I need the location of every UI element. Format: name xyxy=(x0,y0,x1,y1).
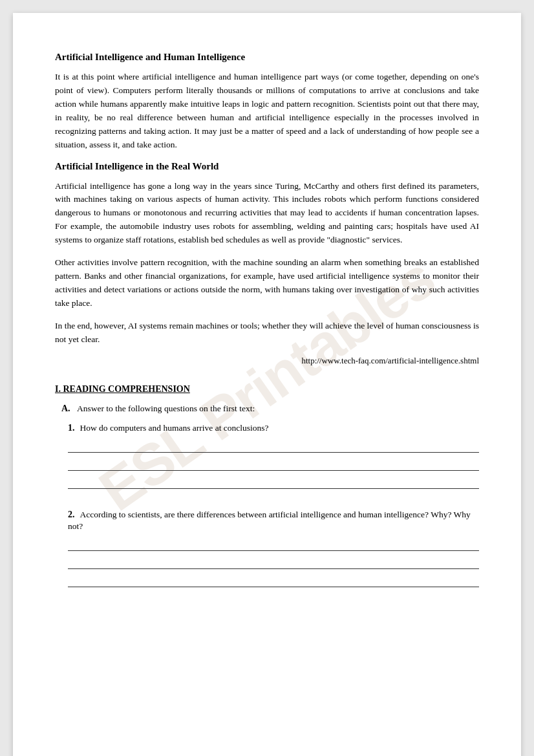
page: ESL Printables Artificial Intelligence a… xyxy=(13,13,521,756)
question-2-number: 2. xyxy=(68,510,75,519)
subsection-letter: A. xyxy=(61,404,72,414)
subsection-text: Answer to the following questions on the… xyxy=(77,404,255,414)
section-2: Artificial Intelligence in the Real Worl… xyxy=(55,161,479,366)
answer-line-2-1 xyxy=(68,537,479,551)
question-2: 2. According to scientists, are there di… xyxy=(68,508,479,587)
content: Artificial Intelligence and Human Intell… xyxy=(55,52,479,587)
question-2-text: According to scientists, are there diffe… xyxy=(68,510,471,531)
reading-comprehension-section: I. READING COMPREHENSION A. Answer to th… xyxy=(55,384,479,587)
source-url: http://www.tech-faq.com/artificial-intel… xyxy=(55,356,479,366)
answer-line-1-2 xyxy=(68,457,479,471)
comprehension-title: I. READING COMPREHENSION xyxy=(55,384,479,394)
subsection-row: A. Answer to the following questions on … xyxy=(61,404,479,414)
section-1: Artificial Intelligence and Human Intell… xyxy=(55,52,479,152)
question-1-number: 1. xyxy=(68,423,75,433)
section2-title: Artificial Intelligence in the Real Worl… xyxy=(55,161,479,172)
section1-paragraph1: It is at this point where artificial int… xyxy=(55,70,479,152)
section2-paragraph2: Other activities involve pattern recogni… xyxy=(55,256,479,310)
section2-paragraph1: Artificial intelligence has gone a long … xyxy=(55,180,479,248)
section2-paragraph3: In the end, however, AI systems remain m… xyxy=(55,319,479,347)
question-1: 1. How do computers and humans arrive at… xyxy=(68,422,479,489)
section1-title: Artificial Intelligence and Human Intell… xyxy=(55,52,479,63)
answer-line-2-2 xyxy=(68,555,479,569)
answer-line-1-3 xyxy=(68,475,479,489)
question-1-answer-area xyxy=(68,438,479,489)
question-1-text: How do computers and humans arrive at co… xyxy=(80,423,269,433)
answer-line-2-3 xyxy=(68,573,479,587)
answer-line-1-1 xyxy=(68,438,479,453)
question-2-answer-area xyxy=(68,537,479,587)
